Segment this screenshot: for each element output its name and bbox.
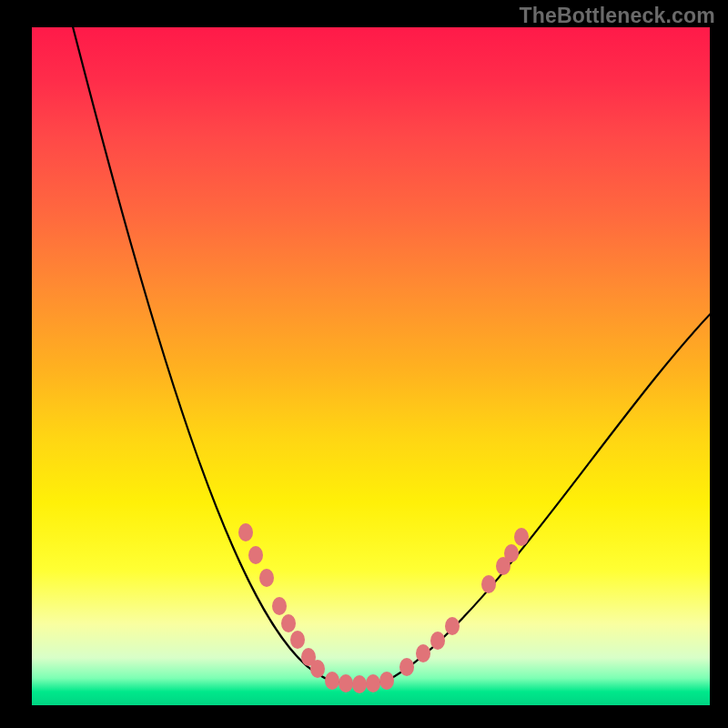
data-marker: [445, 617, 460, 635]
bottleneck-curve: [68, 27, 710, 684]
data-marker: [399, 658, 414, 676]
data-marker: [481, 575, 496, 593]
data-marker: [352, 675, 367, 693]
data-marker: [430, 632, 445, 650]
data-marker: [339, 674, 353, 693]
data-marker: [379, 672, 394, 690]
data-marker: [259, 569, 274, 587]
data-marker: [416, 644, 430, 662]
chart-svg: [32, 27, 710, 705]
plot-area: [32, 27, 710, 705]
data-marker: [248, 546, 263, 564]
curve-group: [68, 27, 710, 684]
data-marker: [504, 544, 519, 562]
data-marker: [325, 672, 339, 690]
data-marker: [272, 597, 287, 615]
data-marker: [514, 528, 529, 546]
watermark-text: TheBottleneck.com: [519, 4, 715, 28]
data-marker: [281, 614, 296, 632]
data-marker: [238, 523, 253, 541]
data-marker: [290, 631, 305, 649]
data-marker: [366, 674, 380, 693]
data-marker: [310, 660, 325, 678]
chart-frame: TheBottleneck.com: [0, 0, 728, 728]
markers-group: [238, 523, 529, 693]
